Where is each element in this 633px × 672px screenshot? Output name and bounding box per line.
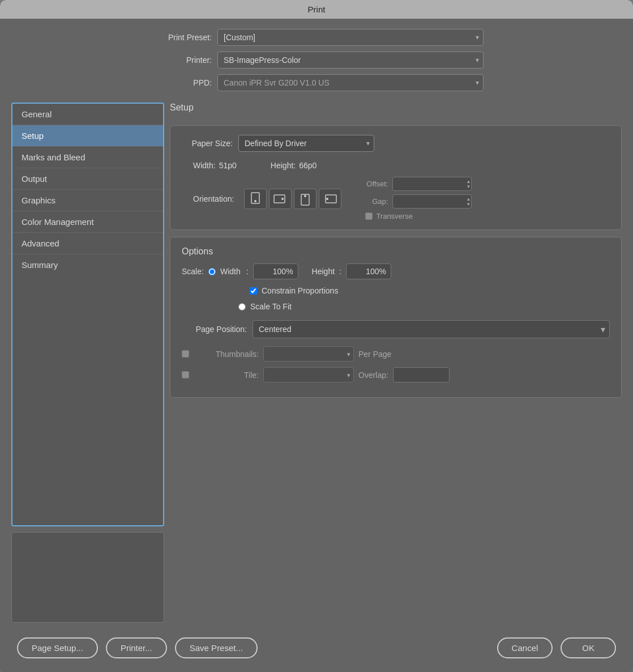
preview-area bbox=[11, 532, 164, 623]
offset-input[interactable] bbox=[392, 177, 472, 191]
width-label: Width: bbox=[193, 161, 216, 170]
height-label: Height: bbox=[271, 161, 296, 170]
content-area: Setup Paper Size: Defined By Driver ▾ Wi… bbox=[170, 103, 622, 623]
thumbnails-label: Thumbnails: bbox=[194, 350, 259, 359]
orientation-buttons bbox=[244, 189, 341, 209]
print-preset-row: Print Preset: [Custom] ▾ bbox=[45, 29, 588, 46]
constrain-row: Constrain Proportions bbox=[182, 286, 610, 295]
bottom-right-buttons: Cancel OK bbox=[497, 637, 616, 658]
paper-size-label: Paper Size: bbox=[182, 139, 233, 148]
page-position-row: Page Position: Centered ▾ bbox=[182, 320, 610, 338]
per-page-label: Per Page bbox=[358, 350, 391, 359]
constrain-label: Constrain Proportions bbox=[262, 286, 338, 295]
landscape-button[interactable] bbox=[269, 189, 292, 209]
reverse-landscape-button[interactable] bbox=[319, 189, 341, 209]
offset-input-wrapper: ▲ ▼ bbox=[392, 177, 472, 191]
print-preset-select-wrapper: [Custom] ▾ bbox=[217, 29, 484, 46]
gap-decrement-icon[interactable]: ▼ bbox=[466, 202, 471, 206]
printer-select[interactable]: SB-ImagePress-Color bbox=[217, 52, 484, 69]
scale-height-colon: : bbox=[339, 267, 341, 276]
height-value: 66p0 bbox=[299, 161, 316, 170]
wh-row: Width: 51p0 Height: 66p0 bbox=[182, 161, 610, 170]
paper-size-select-wrapper: Defined By Driver ▾ bbox=[238, 135, 374, 152]
ok-button[interactable]: OK bbox=[561, 637, 616, 658]
svg-point-1 bbox=[254, 200, 256, 202]
save-preset-button[interactable]: Save Preset... bbox=[175, 637, 258, 658]
scale-width-colon: : bbox=[246, 267, 249, 276]
sidebar-item-advanced[interactable]: Advanced bbox=[12, 233, 163, 254]
tile-select-wrapper: ▾ bbox=[263, 367, 354, 382]
paper-size-row: Paper Size: Defined By Driver ▾ bbox=[182, 135, 610, 152]
nav-panel: General Setup Marks and Bleed Output Gra… bbox=[11, 103, 164, 526]
gap-input[interactable] bbox=[392, 194, 472, 209]
tile-row: Tile: ▾ Overlap: bbox=[182, 367, 610, 382]
top-fields: Print Preset: [Custom] ▾ Printer: SB-Ima… bbox=[0, 19, 633, 103]
scale-width-radio[interactable] bbox=[208, 268, 216, 275]
sidebar: General Setup Marks and Bleed Output Gra… bbox=[11, 103, 164, 623]
scale-to-fit-row: Scale To Fit bbox=[182, 302, 610, 311]
gap-stepper[interactable]: ▲ ▼ bbox=[466, 197, 471, 206]
orientation-row: Orientation: bbox=[182, 177, 610, 220]
scale-label: Scale: bbox=[182, 267, 204, 276]
tile-select[interactable] bbox=[263, 367, 354, 382]
printer-row: Printer: SB-ImagePress-Color ▾ bbox=[45, 52, 588, 69]
sidebar-item-graphics[interactable]: Graphics bbox=[12, 190, 163, 211]
printer-label: Printer: bbox=[149, 56, 212, 65]
reverse-portrait-button[interactable] bbox=[294, 189, 316, 209]
main-body: General Setup Marks and Bleed Output Gra… bbox=[0, 103, 633, 628]
tile-checkbox[interactable] bbox=[182, 371, 189, 378]
offset-gap-section: Offset: ▲ ▼ Gap: bbox=[360, 177, 472, 220]
scale-height-input[interactable] bbox=[346, 263, 391, 279]
ppd-row: PPD: Canon iPR Svr G200 V1.0 US ▾ bbox=[45, 74, 588, 91]
printer-select-wrapper: SB-ImagePress-Color ▾ bbox=[217, 52, 484, 69]
gap-row: Gap: ▲ ▼ bbox=[360, 194, 472, 209]
scale-row: Scale: Width : Height : bbox=[182, 263, 610, 279]
sidebar-item-summary[interactable]: Summary bbox=[12, 254, 163, 275]
orientation-label: Orientation: bbox=[193, 194, 234, 203]
width-value: 51p0 bbox=[219, 161, 237, 170]
scale-to-fit-label: Scale To Fit bbox=[250, 302, 292, 311]
portrait-button[interactable] bbox=[244, 189, 267, 209]
printer-button[interactable]: Printer... bbox=[106, 637, 167, 658]
scale-height-label: Height bbox=[312, 267, 335, 276]
paper-size-select[interactable]: Defined By Driver bbox=[238, 135, 374, 152]
transverse-row: Transverse bbox=[360, 212, 472, 220]
page-setup-button[interactable]: Page Setup... bbox=[17, 637, 98, 658]
offset-label: Offset: bbox=[360, 180, 388, 188]
options-panel: Options Scale: Width : Height : Constrai… bbox=[170, 237, 622, 398]
sidebar-item-output[interactable]: Output bbox=[12, 168, 163, 190]
offset-increment-icon[interactable]: ▲ bbox=[466, 179, 471, 184]
gap-label: Gap: bbox=[360, 197, 388, 206]
offset-stepper[interactable]: ▲ ▼ bbox=[466, 179, 471, 189]
setup-section-title: Setup bbox=[170, 103, 622, 113]
setup-panel: Paper Size: Defined By Driver ▾ Width: 5… bbox=[170, 125, 622, 230]
gap-increment-icon[interactable]: ▲ bbox=[466, 197, 471, 201]
svg-point-7 bbox=[326, 198, 328, 200]
print-preset-label: Print Preset: bbox=[149, 33, 212, 42]
page-position-select[interactable]: Centered bbox=[253, 320, 610, 338]
print-dialog: Print Print Preset: [Custom] ▾ Printer: … bbox=[0, 0, 633, 672]
gap-input-wrapper: ▲ ▼ bbox=[392, 194, 472, 209]
bottom-bar: Page Setup... Printer... Save Preset... … bbox=[0, 628, 633, 672]
sidebar-item-setup[interactable]: Setup bbox=[12, 125, 163, 147]
options-title: Options bbox=[182, 246, 610, 257]
ppd-label: PPD: bbox=[149, 78, 212, 87]
sidebar-item-color-management[interactable]: Color Management bbox=[12, 211, 163, 233]
scale-width-input[interactable] bbox=[253, 263, 298, 279]
transverse-label: Transverse bbox=[376, 212, 413, 220]
offset-decrement-icon[interactable]: ▼ bbox=[466, 184, 471, 189]
page-position-label: Page Position: bbox=[182, 325, 247, 334]
bottom-left-buttons: Page Setup... Printer... Save Preset... bbox=[17, 637, 258, 658]
ppd-select-wrapper: Canon iPR Svr G200 V1.0 US ▾ bbox=[217, 74, 484, 91]
print-preset-select[interactable]: [Custom] bbox=[217, 29, 484, 46]
ppd-select[interactable]: Canon iPR Svr G200 V1.0 US bbox=[217, 74, 484, 91]
thumbnails-checkbox[interactable] bbox=[182, 350, 189, 358]
cancel-button[interactable]: Cancel bbox=[497, 637, 553, 658]
scale-to-fit-radio[interactable] bbox=[238, 303, 246, 311]
constrain-checkbox[interactable] bbox=[250, 287, 257, 295]
transverse-checkbox[interactable] bbox=[365, 212, 373, 220]
thumbnails-select[interactable] bbox=[263, 346, 354, 361]
overlap-input[interactable] bbox=[393, 367, 450, 382]
sidebar-item-marks-and-bleed[interactable]: Marks and Bleed bbox=[12, 147, 163, 168]
sidebar-item-general[interactable]: General bbox=[12, 104, 163, 125]
